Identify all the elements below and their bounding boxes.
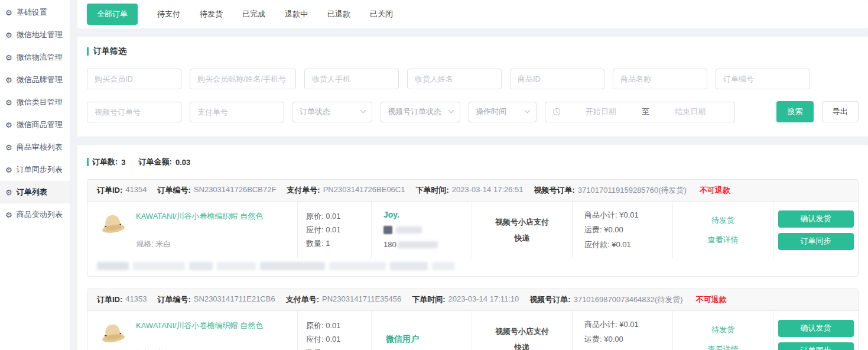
sidebar-item-product-review-list[interactable]: ⚙ 商品审核列表	[0, 136, 70, 158]
sidebar-item-label: 微信商品管理	[17, 119, 63, 130]
sidebar-item-basic-settings[interactable]: ⚙ 基础设置	[0, 1, 70, 24]
channel-order-status-select[interactable]: 视频号订单状态	[381, 102, 460, 122]
view-detail-link[interactable]: 查看详情	[708, 344, 739, 350]
masked-block	[189, 262, 213, 270]
order-header: 订单ID:41353 订单编号:SN2303141711E21CB6 支付单号:…	[87, 289, 858, 311]
tab-refunded[interactable]: 已退款	[327, 9, 350, 20]
sidebar-item-product-change-list[interactable]: ⚙ 商品变动列表	[0, 203, 70, 226]
sidebar-item-order-sync-list[interactable]: ⚙ 订单同步列表	[0, 158, 70, 181]
subtotal: 商品小计: ¥0.01	[584, 210, 672, 221]
operate-time-select-value: 操作时间	[476, 106, 506, 117]
order-status-select[interactable]: 订单状态	[292, 102, 372, 122]
status-cell: 待发货 查看详情	[672, 311, 773, 350]
search-button[interactable]: 搜索	[776, 101, 813, 122]
tab-refunding[interactable]: 退款中	[285, 9, 308, 20]
sidebar-item-label: 微信地址管理	[17, 30, 63, 40]
payment-sn-value: PN2303141711E35456	[322, 294, 401, 305]
buyer-cell: Joy. 180	[371, 202, 472, 258]
sidebar-item-label: 订单列表	[17, 187, 47, 197]
chevron-down-icon	[525, 107, 531, 113]
sidebar-item-label: 基础设置	[17, 7, 47, 18]
product-name-link[interactable]: KAWATANI/川谷小卷檐编织帽 自然色	[136, 320, 263, 331]
masked-block	[390, 262, 428, 270]
export-button[interactable]: 导出	[822, 101, 859, 122]
amounts-cell: 商品小计: ¥0.01 运费: ¥0.00 应付款: ¥0.01	[572, 202, 672, 258]
payment-cell: 视频号小店支付 快递	[472, 202, 572, 258]
chevron-down-icon	[360, 107, 366, 113]
sidebar-item-label: 商品变动列表	[17, 209, 63, 220]
order-time-value: 2023-03-14 17:11:10	[448, 294, 519, 305]
tab-all-orders[interactable]: 全部订单	[87, 4, 138, 25]
order-sn-value: SN2303141711E21CB6	[194, 294, 275, 305]
chevron-down-icon	[448, 107, 454, 113]
orders-count-value: 3	[121, 158, 125, 167]
channel-order-sn-input[interactable]	[87, 102, 181, 122]
sidebar-item-wechat-product[interactable]: ⚙ 微信商品管理	[0, 114, 70, 136]
order-sync-button[interactable]: 订单同步	[778, 233, 854, 250]
buyer-phone: 180	[383, 240, 472, 249]
price-cell: 原价: 0.01 应付: 0.01 数量: 1	[297, 202, 371, 258]
masked-block	[329, 262, 386, 270]
product-info: KAWATANI/川谷小卷檐编织帽 自然色 规格: 米白	[136, 209, 263, 252]
product-info: KAWATANI/川谷小卷檐编织帽 自然色 规格: 米白	[136, 319, 263, 350]
non-refundable-badge: 不可退款	[696, 294, 727, 305]
sidebar: ⚙ 基础设置 ⚙ 微信地址管理 ⚙ 微信物流管理 ⚙ 微信品牌管理 ⚙ 微信类目…	[0, 0, 70, 350]
order-status-text: 待发货	[711, 325, 734, 335]
product-cell: KAWATANI/川谷小卷檐编织帽 自然色 规格: 米白	[87, 311, 297, 350]
start-date-placeholder[interactable]: 开始日期	[563, 106, 638, 117]
gear-icon: ⚙	[5, 54, 12, 61]
non-refundable-badge: 不可退款	[700, 185, 730, 196]
view-detail-link[interactable]: 查看详情	[708, 235, 739, 245]
sidebar-item-order-list[interactable]: ⚙ 订单列表	[0, 181, 70, 203]
sidebar-item-wechat-brand[interactable]: ⚙ 微信品牌管理	[0, 69, 70, 91]
gear-icon: ⚙	[5, 166, 12, 174]
order-time-label: 下单时间:	[415, 185, 448, 196]
order-sn-input[interactable]	[716, 69, 810, 89]
status-cell: 待发货 查看详情	[672, 202, 773, 258]
receiver-name-input[interactable]	[407, 69, 502, 89]
buyer-nickname-input[interactable]	[190, 69, 296, 89]
channel-order-label: 视频号订单:	[534, 185, 575, 196]
main-content: 全部订单 待支付 待发货 已完成 退款中 已退款 已关闭 订单筛选 订单状态	[77, 0, 868, 350]
tab-completed[interactable]: 已完成	[242, 9, 265, 20]
subtotal: 商品小计: ¥0.01	[584, 319, 672, 330]
tab-pending-shipment[interactable]: 待发货	[200, 9, 223, 20]
actions-cell: 确认发货 订单同步	[773, 311, 858, 350]
masked-block	[383, 226, 392, 234]
payment-sn-value: PN2303141726BE06C1	[323, 185, 405, 196]
sidebar-item-wechat-address[interactable]: ⚙ 微信地址管理	[0, 24, 70, 46]
end-date-placeholder[interactable]: 结束日期	[653, 106, 727, 117]
product-name-link[interactable]: KAWATANI/川谷小卷檐编织帽 自然色	[136, 211, 263, 222]
confirm-ship-button[interactable]: 确认发货	[778, 320, 854, 337]
buyer-member-id-input[interactable]	[87, 69, 181, 89]
operate-time-select[interactable]: 操作时间	[469, 102, 537, 122]
order-id-label: 订单ID:	[97, 185, 122, 196]
product-name-input[interactable]	[613, 69, 707, 89]
order-sync-button[interactable]: 订单同步	[778, 342, 854, 350]
order-body: KAWATANI/川谷小卷檐编织帽 自然色 规格: 米白 原价: 0.01 应付…	[87, 311, 858, 350]
payment-sn-input[interactable]	[190, 102, 284, 122]
sidebar-item-wechat-category[interactable]: ⚙ 微信类目管理	[0, 91, 70, 114]
quantity: 数量: 1	[306, 348, 371, 350]
payment-method: 视频号小店支付	[495, 217, 549, 228]
order-status-select-value: 订单状态	[300, 106, 330, 117]
tab-closed[interactable]: 已关闭	[370, 9, 393, 20]
masked-block	[97, 262, 129, 270]
tab-pending-payment[interactable]: 待支付	[157, 9, 180, 20]
channel-order-status-select-value: 视频号订单状态	[388, 106, 441, 117]
filter-section-title: 订单筛选	[87, 46, 859, 57]
product-cell: KAWATANI/川谷小卷檐编织帽 自然色 规格: 米白	[87, 202, 297, 258]
gear-icon: ⚙	[5, 9, 12, 17]
orders-amount-label: 订单金额:	[139, 157, 172, 167]
payment-sn-label: 支付单号:	[286, 294, 319, 305]
gear-icon: ⚙	[5, 211, 12, 219]
order-sn-label: 订单编号:	[158, 185, 191, 196]
date-range-picker[interactable]: 开始日期 至 结束日期	[545, 102, 735, 122]
gear-icon: ⚙	[5, 76, 12, 84]
delivery-method: 快递	[515, 233, 530, 244]
confirm-ship-button[interactable]: 确认发货	[778, 210, 854, 228]
sidebar-item-label: 微信类目管理	[17, 97, 63, 108]
sidebar-item-wechat-logistics[interactable]: ⚙ 微信物流管理	[0, 46, 70, 69]
product-id-input[interactable]	[510, 69, 604, 89]
receiver-phone-input[interactable]	[304, 69, 399, 89]
